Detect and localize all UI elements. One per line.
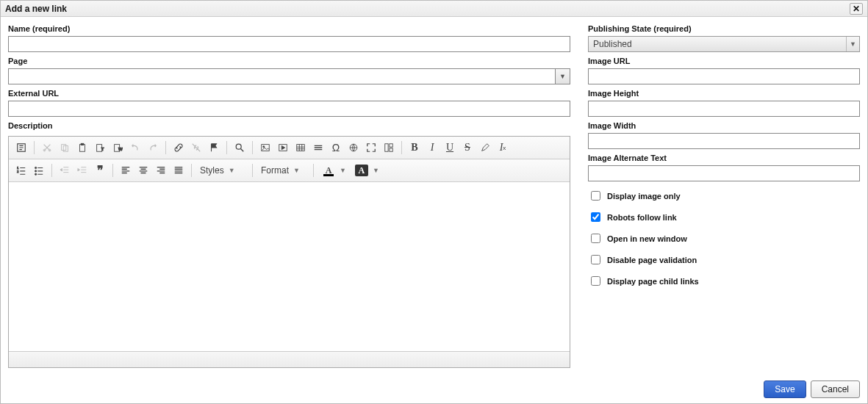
- find-icon[interactable]: [232, 140, 248, 156]
- rich-text-editor: T W: [8, 136, 570, 368]
- editor-content-area[interactable]: [9, 182, 570, 351]
- external-url-input[interactable]: [8, 101, 570, 117]
- numbered-list-icon[interactable]: 12: [13, 162, 29, 178]
- blockquote-icon[interactable]: ❞: [92, 162, 108, 178]
- open-new-window-row[interactable]: Open in new window: [588, 231, 860, 245]
- bg-color-dropdown[interactable]: A ▼: [351, 162, 383, 178]
- svg-point-23: [35, 170, 36, 172]
- robots-follow-checkbox[interactable]: [591, 212, 600, 222]
- anchor-flag-icon[interactable]: [206, 140, 222, 156]
- svg-point-11: [236, 144, 241, 149]
- align-left-icon[interactable]: [118, 162, 134, 178]
- robots-follow-row[interactable]: Robots follow link: [588, 210, 860, 224]
- align-justify-icon[interactable]: [171, 162, 187, 178]
- show-blocks-icon[interactable]: [381, 140, 397, 156]
- display-child-links-label: Display page child links: [607, 277, 699, 286]
- publishing-state-value: Published: [589, 39, 846, 49]
- table-icon[interactable]: [293, 140, 309, 156]
- image-url-label: Image URL: [588, 57, 860, 65]
- indent-icon[interactable]: [74, 162, 90, 178]
- close-button[interactable]: ✕: [850, 3, 863, 15]
- styles-dropdown-label: Styles: [200, 165, 224, 176]
- editor-toolbar-row-2: 12 ❞: [9, 159, 570, 182]
- special-char-icon[interactable]: Ω: [328, 140, 344, 156]
- svg-text:W: W: [118, 146, 123, 151]
- dialog-footer: Save Cancel: [1, 375, 867, 403]
- open-new-window-label: Open in new window: [607, 234, 687, 243]
- editor-footer: [9, 351, 570, 367]
- source-icon[interactable]: [13, 140, 29, 156]
- paste-word-icon[interactable]: W: [110, 140, 126, 156]
- left-column: Name (required) Page ▼ External URL Desc…: [8, 24, 570, 368]
- svg-text:2: 2: [17, 170, 19, 173]
- display-child-links-row[interactable]: Display page child links: [588, 274, 860, 288]
- format-dropdown[interactable]: Format ▼: [257, 162, 309, 178]
- image-icon[interactable]: [257, 140, 273, 156]
- cut-icon[interactable]: [39, 140, 55, 156]
- name-label: Name (required): [8, 24, 570, 33]
- align-center-icon[interactable]: [135, 162, 151, 178]
- redo-icon[interactable]: [145, 140, 161, 156]
- external-url-label: External URL: [8, 89, 570, 98]
- unlink-icon[interactable]: [188, 140, 204, 156]
- text-color-dropdown[interactable]: A ▼: [318, 162, 350, 178]
- maximize-icon[interactable]: [363, 140, 379, 156]
- titlebar: Add a new link ✕: [1, 1, 867, 17]
- highlight-icon[interactable]: [477, 140, 493, 156]
- horizontal-rule-icon[interactable]: [310, 140, 326, 156]
- strike-icon[interactable]: S: [459, 140, 476, 156]
- svg-rect-15: [297, 145, 305, 151]
- chevron-down-icon: ▼: [846, 37, 859, 51]
- remove-format-icon[interactable]: Ix: [495, 140, 511, 156]
- image-alt-input[interactable]: [588, 165, 860, 181]
- display-image-only-label: Display image only: [607, 192, 681, 201]
- display-child-links-checkbox[interactable]: [591, 276, 600, 286]
- undo-icon[interactable]: [127, 140, 143, 156]
- name-input[interactable]: [8, 36, 570, 52]
- bullet-list-icon[interactable]: [31, 162, 47, 178]
- styles-dropdown[interactable]: Styles ▼: [196, 162, 248, 178]
- image-width-label: Image Width: [588, 121, 860, 130]
- image-url-input[interactable]: [588, 68, 860, 84]
- publishing-state-label: Publishing State (required): [588, 24, 860, 33]
- align-right-icon[interactable]: [153, 162, 169, 178]
- description-label: Description: [8, 121, 570, 130]
- editor-toolbar-row-1: T W: [9, 137, 570, 159]
- paste-text-icon[interactable]: T: [92, 140, 108, 156]
- disable-validation-checkbox[interactable]: [591, 255, 600, 264]
- svg-rect-18: [390, 144, 392, 147]
- image-height-label: Image Height: [588, 89, 860, 98]
- save-button[interactable]: Save: [764, 380, 806, 398]
- disable-validation-row[interactable]: Disable page validation: [588, 253, 860, 267]
- image-alt-label: Image Alternate Text: [588, 154, 860, 162]
- svg-rect-5: [80, 145, 85, 152]
- dialog-body: Name (required) Page ▼ External URL Desc…: [1, 17, 867, 375]
- bold-icon[interactable]: B: [406, 140, 423, 156]
- svg-text:T: T: [101, 146, 104, 151]
- cancel-button[interactable]: Cancel: [811, 380, 860, 398]
- format-dropdown-label: Format: [261, 165, 289, 176]
- paste-icon[interactable]: [74, 140, 90, 156]
- copy-icon[interactable]: [57, 140, 73, 156]
- link-icon[interactable]: [171, 140, 187, 156]
- iframe-icon[interactable]: [345, 140, 362, 156]
- image-width-input[interactable]: [588, 133, 860, 149]
- outdent-icon[interactable]: [57, 162, 73, 178]
- publishing-state-select[interactable]: Published ▼: [588, 36, 860, 52]
- page-select-dropdown-button[interactable]: ▼: [556, 68, 570, 84]
- right-column: Publishing State (required) Published ▼ …: [588, 24, 860, 368]
- page-select[interactable]: ▼: [8, 68, 570, 84]
- media-icon[interactable]: [275, 140, 291, 156]
- svg-point-22: [35, 167, 36, 168]
- underline-icon[interactable]: U: [442, 140, 458, 156]
- display-image-only-checkbox[interactable]: [591, 191, 600, 201]
- italic-icon[interactable]: I: [424, 140, 440, 156]
- open-new-window-checkbox[interactable]: [591, 234, 600, 243]
- robots-follow-label: Robots follow link: [607, 213, 677, 222]
- dialog: Add a new link ✕ Name (required) Page ▼ …: [0, 0, 868, 404]
- svg-rect-6: [81, 143, 84, 145]
- page-select-input[interactable]: [8, 68, 556, 84]
- svg-rect-19: [390, 148, 392, 151]
- image-height-input[interactable]: [588, 101, 860, 117]
- display-image-only-row[interactable]: Display image only: [588, 189, 860, 203]
